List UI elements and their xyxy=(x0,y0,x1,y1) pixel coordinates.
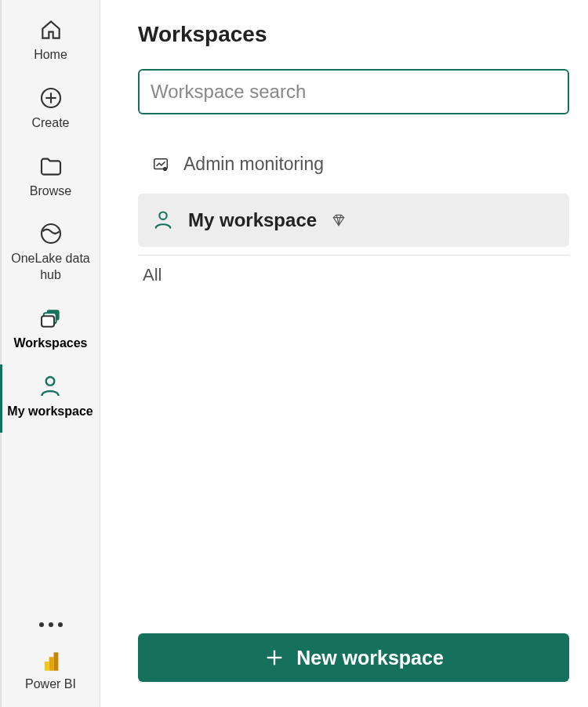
more-icon xyxy=(49,622,53,627)
nav-my-workspace[interactable]: My workspace xyxy=(0,364,100,433)
workspace-item-label: My workspace xyxy=(188,209,317,231)
workspaces-icon xyxy=(38,306,64,331)
new-workspace-button[interactable]: New workspace xyxy=(138,633,569,682)
diamond-icon xyxy=(331,212,347,228)
workspace-item-admin-monitoring[interactable]: Admin monitoring xyxy=(138,143,569,186)
workspace-item-my-workspace[interactable]: My workspace xyxy=(138,194,569,247)
svg-rect-10 xyxy=(49,657,53,671)
new-workspace-button-label: New workspace xyxy=(296,647,444,669)
person-icon xyxy=(152,209,174,231)
svg-rect-11 xyxy=(53,652,58,670)
nav-onelake[interactable]: OneLake data hub xyxy=(2,212,100,296)
folder-icon xyxy=(38,154,64,179)
svg-point-14 xyxy=(159,212,166,219)
more-icon xyxy=(39,622,44,627)
nav-browse[interactable]: Browse xyxy=(2,144,100,212)
onelake-icon xyxy=(38,221,64,246)
svg-point-8 xyxy=(46,377,55,386)
section-all-label: All xyxy=(143,265,569,285)
svg-rect-9 xyxy=(44,662,49,671)
plus-circle-icon xyxy=(38,85,64,111)
monitoring-icon xyxy=(152,156,169,173)
nav-home[interactable]: Home xyxy=(2,8,100,76)
nav-powerbi[interactable]: Power BI xyxy=(2,641,100,707)
nav-workspaces-label: Workspaces xyxy=(14,335,88,352)
person-icon xyxy=(38,374,63,399)
nav-home-label: Home xyxy=(34,47,67,63)
nav-more[interactable] xyxy=(2,608,100,641)
nav-workspaces[interactable]: Workspaces xyxy=(2,296,100,364)
workspace-search-input[interactable] xyxy=(138,69,569,114)
workspace-list: Admin monitoring My workspace All xyxy=(138,143,569,301)
workspace-item-label: Admin monitoring xyxy=(183,154,324,175)
nav-sidebar: Home Create Browse OneLake data hub xyxy=(0,0,100,707)
panel-title: Workspaces xyxy=(138,22,569,47)
home-icon xyxy=(38,17,64,42)
svg-rect-7 xyxy=(42,316,54,326)
powerbi-icon xyxy=(40,651,62,673)
workspaces-panel: Workspaces Admin monitoring My workspace xyxy=(100,0,588,707)
nav-powerbi-label: Power BI xyxy=(25,677,76,691)
divider xyxy=(138,255,569,256)
nav-onelake-label: OneLake data hub xyxy=(5,251,96,284)
nav-browse-label: Browse xyxy=(30,183,71,200)
svg-point-13 xyxy=(164,167,167,170)
nav-my-workspace-label: My workspace xyxy=(7,404,93,420)
nav-create-label: Create xyxy=(31,115,69,132)
nav-create[interactable]: Create xyxy=(2,76,100,144)
more-icon xyxy=(58,622,63,627)
plus-icon xyxy=(263,647,285,669)
